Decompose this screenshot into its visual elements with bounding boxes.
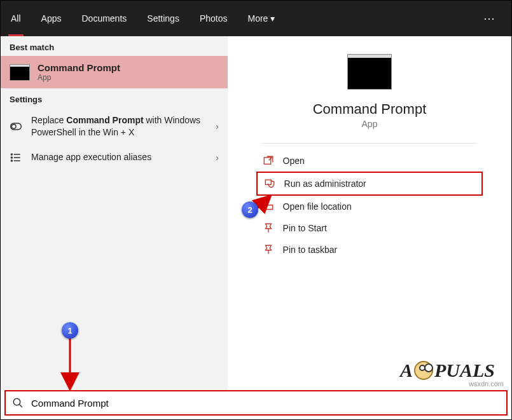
best-match-text: Command Prompt App <box>38 62 120 82</box>
tab-all[interactable]: All <box>1 1 31 36</box>
step-badge-2: 2 <box>242 201 258 218</box>
mascot-face-icon <box>414 361 433 380</box>
list-setting-icon <box>10 151 22 164</box>
search-filter-bar: All Apps Documents Settings Photos More … <box>1 1 511 36</box>
pin-icon <box>263 222 274 234</box>
action-pin-to-taskbar[interactable]: Pin to taskbar <box>256 239 483 261</box>
action-pin-to-start-label: Pin to Start <box>283 223 327 233</box>
overflow-menu-button[interactable]: ⋯ <box>474 1 504 36</box>
svg-point-8 <box>11 154 12 155</box>
tab-settings[interactable]: Settings <box>137 1 190 36</box>
setting-replace-cmd[interactable]: Replace Command Prompt with Windows Powe… <box>1 108 228 145</box>
best-match-subtitle: App <box>38 73 120 82</box>
search-icon <box>12 397 24 409</box>
action-open[interactable]: Open <box>256 150 483 172</box>
shield-icon <box>264 178 275 189</box>
svg-line-16 <box>19 404 22 407</box>
svg-point-1 <box>11 125 16 129</box>
pin-icon <box>263 244 274 255</box>
annotation-arrow-2 <box>256 196 294 215</box>
appuals-logo: A PUALS <box>400 360 495 381</box>
action-pin-to-start[interactable]: Pin to Start <box>256 217 483 239</box>
search-bar[interactable] <box>4 390 508 416</box>
annotation-arrow-1 <box>62 336 81 391</box>
search-input[interactable] <box>30 397 500 409</box>
detail-subtitle: App <box>362 119 378 129</box>
svg-point-10 <box>11 160 12 161</box>
command-prompt-icon-large <box>347 54 392 90</box>
chevron-right-icon: › <box>216 121 219 132</box>
tab-photos[interactable]: Photos <box>190 1 238 36</box>
command-prompt-icon <box>10 64 30 81</box>
section-settings-header: Settings <box>1 88 228 108</box>
chevron-right-icon: › <box>216 152 219 163</box>
setting-replace-cmd-label: Replace Command Prompt with Windows Powe… <box>31 114 207 139</box>
svg-point-15 <box>13 398 20 405</box>
step-badge-1: 1 <box>62 322 78 339</box>
setting-manage-aliases-label: Manage app execution aliases <box>31 151 207 163</box>
best-match-result[interactable]: Command Prompt App <box>1 56 228 88</box>
tab-apps[interactable]: Apps <box>31 1 72 36</box>
best-match-title: Command Prompt <box>38 62 120 73</box>
setting-manage-aliases[interactable]: Manage app execution aliases › <box>1 145 228 170</box>
toggle-setting-icon <box>10 120 22 133</box>
tab-documents[interactable]: Documents <box>71 1 137 36</box>
svg-point-9 <box>11 157 12 158</box>
action-run-as-admin-label: Run as administrator <box>284 179 366 189</box>
results-column: Best match Command Prompt App Settings R… <box>1 36 228 390</box>
action-open-label: Open <box>283 156 305 166</box>
section-best-match-header: Best match <box>1 36 228 56</box>
detail-title: Command Prompt <box>313 101 427 118</box>
tab-more-label: More <box>247 13 268 24</box>
caret-down-icon: ▾ <box>270 13 275 24</box>
action-run-as-admin[interactable]: Run as administrator <box>256 172 483 196</box>
open-icon <box>263 155 274 166</box>
svg-rect-11 <box>264 158 271 165</box>
spacer <box>285 1 474 36</box>
separator <box>262 143 478 144</box>
tab-more[interactable]: More ▾ <box>237 1 285 36</box>
action-pin-to-taskbar-label: Pin to taskbar <box>283 245 338 255</box>
